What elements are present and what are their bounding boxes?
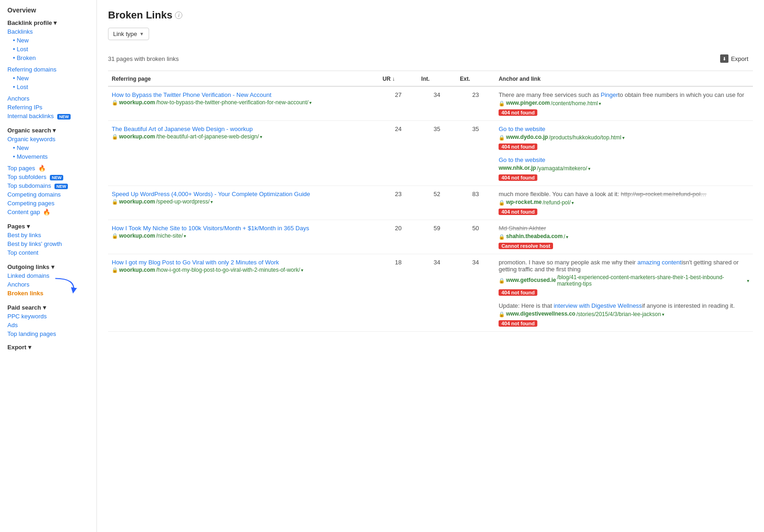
sidebar-export[interactable]: Export ▾	[7, 343, 96, 352]
anchor-link-0-0[interactable]: Pinger	[601, 91, 618, 98]
sidebar-backlinks-lost[interactable]: Lost	[7, 45, 96, 54]
error-badge-3-0: Cannot resolve host	[499, 241, 749, 249]
new-badge: NEW	[57, 114, 71, 120]
sidebar-referring-domains-lost[interactable]: Lost	[7, 83, 96, 91]
url-caret: ▾	[184, 233, 186, 239]
sidebar-backlinks[interactable]: Backlinks	[7, 27, 96, 36]
url-domain: woorkup.com	[119, 198, 155, 205]
sidebar-linked-domains[interactable]: Linked domains	[7, 271, 96, 280]
page-cell-3: How I Took My Niche Site to 100k Visitor…	[108, 220, 379, 254]
broken-path-4-1: /stories/2015/4/3/brian-lee-jackson	[576, 311, 661, 317]
page-url-2: 🔒woorkup.com/speed-up-wordpress/▾	[112, 198, 375, 205]
sidebar-organic-keywords[interactable]: Organic keywords	[7, 135, 96, 143]
broken-links-table: Referring page UR ↓ Int. Ext. Anchor and…	[108, 71, 753, 332]
broken-domain-2-0[interactable]: wp-rocket.me	[506, 199, 541, 205]
sidebar-broken-links[interactable]: Broken links	[7, 289, 96, 298]
page-link-4[interactable]: How I got my Blog Post to Go Viral with …	[112, 259, 375, 266]
ext-cell-3: 50	[456, 220, 495, 254]
sidebar-referring-domains[interactable]: Referring domains	[7, 65, 96, 74]
page-link-0[interactable]: How to Bypass the Twitter Phone Verifica…	[112, 91, 375, 98]
ur-cell-3: 20	[379, 220, 418, 254]
sidebar-backlinks-broken[interactable]: Broken	[7, 54, 96, 62]
int-cell-4: 34	[418, 254, 457, 332]
broken-url-0-0: 🔒www.pinger.com/content/home.html ▾	[499, 100, 749, 107]
ext-cell-0: 23	[456, 86, 495, 121]
sidebar-anchors[interactable]: Anchors	[7, 94, 96, 103]
sidebar-competing-pages[interactable]: Competing pages	[7, 199, 96, 208]
broken-domain-3-0[interactable]: shahin.theabeda.com	[506, 233, 563, 239]
info-icon[interactable]: i	[175, 12, 182, 19]
sidebar-internal-backlinks[interactable]: Internal backlinks NEW	[7, 112, 96, 120]
anchor-block-4-0: promotion. I have so many people ask me …	[499, 259, 749, 296]
sidebar-top-subfolders[interactable]: Top subfolders NEW	[7, 173, 96, 181]
lock-icon: 🔒	[499, 101, 505, 107]
anchor-link-1-1[interactable]: Go to the website	[499, 156, 545, 163]
lock-icon: 🔒	[499, 311, 505, 317]
sidebar-top-landing-pages[interactable]: Top landing pages	[7, 329, 96, 338]
anchor-text-1-0: Go to the website	[499, 126, 749, 132]
anchor-link-4-0[interactable]: amazing content	[638, 259, 681, 266]
sidebar-overview[interactable]: Overview	[7, 6, 96, 15]
sidebar-backlinks-new[interactable]: New	[7, 36, 96, 45]
sidebar-best-by-links-growth[interactable]: Best by links' growth	[7, 239, 96, 248]
url-caret: ▾	[309, 100, 312, 105]
url-domain: woorkup.com	[119, 99, 155, 106]
sidebar-ppc-keywords[interactable]: PPC keywords	[7, 312, 96, 321]
anchor-link-1-0[interactable]: Go to the website	[499, 126, 545, 132]
page-cell-1: The Beautiful Art of Japanese Web Design…	[108, 121, 379, 186]
ur-cell-1: 24	[379, 121, 418, 186]
sidebar-referring-domains-new[interactable]: New	[7, 74, 96, 83]
sidebar-referring-ips[interactable]: Referring IPs	[7, 103, 96, 112]
anchor-text-4-1: Update: Here is that interview with Dige…	[499, 302, 749, 309]
sidebar-competing-domains[interactable]: Competing domains	[7, 190, 96, 199]
anchor-text-0-0: There are many free services such as Pin…	[499, 91, 749, 98]
anchor-cell-4: promotion. I have so many people ask me …	[495, 254, 753, 332]
ext-cell-2: 83	[456, 186, 495, 220]
sidebar-top-content[interactable]: Top content	[7, 248, 96, 257]
export-button[interactable]: ⬇ Export	[716, 52, 753, 65]
summary-bar: 31 pages with broken links ⬇ Export	[108, 48, 753, 71]
page-link-3[interactable]: How I Took My Niche Site to 100k Visitor…	[112, 225, 375, 232]
int-cell-0: 34	[418, 86, 457, 121]
lock-icon: 🔒	[499, 278, 505, 284]
broken-path-4-0: /blog/41-experienced-content-marketers-s…	[557, 274, 746, 287]
lock-icon: 🔒	[499, 200, 505, 206]
table-row: How I got my Blog Post to Go Viral with …	[108, 254, 753, 332]
broken-domain-4-0[interactable]: www.getfocused.ie	[506, 277, 556, 283]
sidebar-anchors2[interactable]: Anchors	[7, 280, 96, 289]
link-type-dropdown[interactable]: Link type ▼	[108, 28, 149, 40]
error-badge-4-1: 404 not found	[499, 319, 749, 327]
error-badge-1-1: 404 not found	[499, 173, 749, 181]
sidebar-top-pages[interactable]: Top pages 🔥	[7, 164, 96, 173]
anchor-cell-0: There are many free services such as Pin…	[495, 86, 753, 121]
page-link-2[interactable]: Speed Up WordPress (4,000+ Words) - Your…	[112, 191, 375, 197]
page-url-3: 🔒woorkup.com/niche-site/▾	[112, 233, 375, 239]
broken-domain-1-1[interactable]: www.nhk.or.jp	[499, 165, 536, 171]
page-cell-2: Speed Up WordPress (4,000+ Words) - Your…	[108, 186, 379, 220]
broken-path-2-0: /refund-pol/	[543, 199, 571, 206]
anchor-block-4-1: Update: Here is that interview with Dige…	[499, 302, 749, 327]
url-path: /the-beautiful-art-of-japanese-web-desig…	[156, 133, 259, 140]
sidebar-organic-keywords-new[interactable]: New	[7, 143, 96, 152]
sidebar-content-gap[interactable]: Content gap 🔥	[7, 208, 96, 216]
broken-path-1-1: /yamagata/mitekero/	[537, 165, 587, 172]
broken-domain-1-0[interactable]: www.dydo.co.jp	[506, 134, 548, 140]
sidebar-organic-keywords-movements[interactable]: Movements	[7, 152, 96, 161]
col-header-ur[interactable]: UR ↓	[379, 71, 418, 86]
anchor-link-4-1[interactable]: interview with Digestive Wellness	[553, 302, 642, 309]
error-badge-span: 404 not found	[499, 320, 537, 327]
error-badge-4-0: 404 not found	[499, 288, 749, 296]
sidebar-best-by-links[interactable]: Best by links	[7, 231, 96, 239]
anchor-block-1-1: Go to the websitewww.nhk.or.jp/yamagata/…	[499, 156, 749, 181]
broken-caret: ▾	[566, 234, 568, 239]
broken-domain-0-0[interactable]: www.pinger.com	[506, 100, 550, 106]
sidebar-ads[interactable]: Ads	[7, 321, 96, 329]
new-badge-subdomains: NEW	[54, 184, 68, 189]
sidebar-top-subdomains[interactable]: Top subdomains NEW	[7, 181, 96, 190]
strikethrough-text: http://wp-rocket.me/refund-pol…	[621, 191, 707, 197]
main-content: Broken Links i Link type ▼ 31 pages with…	[97, 0, 764, 532]
page-link-1[interactable]: The Beautiful Art of Japanese Web Design…	[112, 126, 375, 132]
broken-domain-4-1[interactable]: www.digestivewellness.co	[506, 311, 575, 317]
export-icon: ⬇	[720, 54, 728, 63]
col-header-referring-page[interactable]: Referring page	[108, 71, 379, 86]
